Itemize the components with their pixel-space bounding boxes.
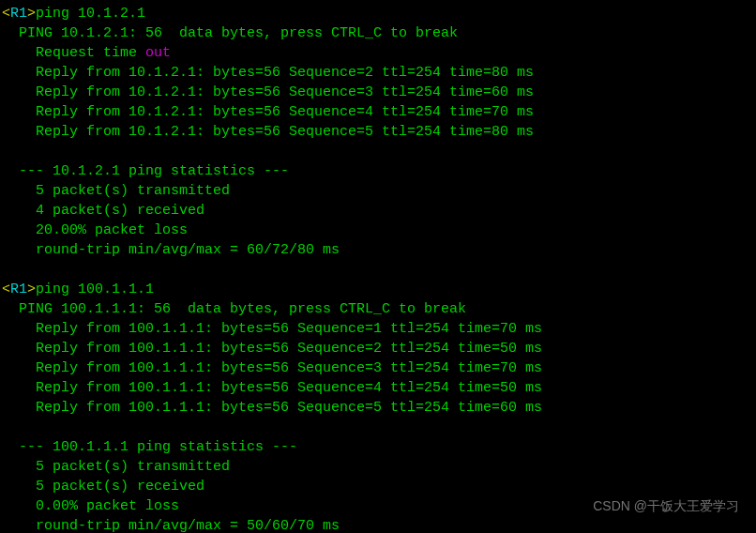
reply-line: Reply from 100.1.1.1: bytes=56 Sequence=…	[2, 358, 754, 378]
command-text: ping 10.1.2.1	[36, 6, 145, 22]
prompt-bracket-open: <	[2, 6, 10, 22]
blank-line	[2, 260, 754, 280]
reply-line: Reply from 100.1.1.1: bytes=56 Sequence=…	[2, 319, 754, 339]
timeout-word: out	[145, 45, 171, 61]
stats-rx: 4 packet(s) received	[2, 201, 754, 221]
timeout-prefix: Request time	[2, 45, 145, 61]
prompt-bracket-close: >	[27, 282, 36, 297]
timeout-line: Request time out	[2, 43, 754, 63]
reply-line: Reply from 10.1.2.1: bytes=56 Sequence=3…	[2, 83, 754, 102]
prompt-host: R1	[10, 6, 27, 22]
prompt-line-2: <R1>ping 100.1.1.1	[2, 280, 754, 299]
stats-header: --- 10.1.2.1 ping statistics ---	[2, 161, 754, 181]
stats-rt: round-trip min/avg/max = 60/72/80 ms	[2, 240, 754, 260]
command-text: ping 100.1.1.1	[36, 282, 154, 297]
prompt-bracket-open: <	[2, 282, 10, 297]
prompt-line-1: <R1>ping 10.1.2.1	[2, 4, 754, 23]
stats-header: --- 100.1.1.1 ping statistics ---	[2, 437, 754, 457]
stats-loss: 20.00% packet loss	[2, 221, 754, 240]
ping-header: PING 100.1.1.1: 56 data bytes, press CTR…	[2, 299, 754, 319]
blank-line	[2, 418, 754, 437]
reply-line: Reply from 10.1.2.1: bytes=56 Sequence=5…	[2, 122, 754, 142]
stats-rt: round-trip min/avg/max = 50/60/70 ms	[2, 516, 754, 533]
ping-header: PING 10.1.2.1: 56 data bytes, press CTRL…	[2, 23, 754, 43]
terminal-output: <R1>ping 10.1.2.1 PING 10.1.2.1: 56 data…	[2, 4, 754, 533]
reply-line: Reply from 10.1.2.1: bytes=56 Sequence=2…	[2, 63, 754, 83]
blank-line	[2, 142, 754, 161]
stats-rx: 5 packet(s) received	[2, 477, 754, 496]
reply-line: Reply from 100.1.1.1: bytes=56 Sequence=…	[2, 398, 754, 418]
reply-line: Reply from 100.1.1.1: bytes=56 Sequence=…	[2, 339, 754, 358]
prompt-host: R1	[10, 282, 27, 297]
stats-tx: 5 packet(s) transmitted	[2, 181, 754, 201]
reply-line: Reply from 10.1.2.1: bytes=56 Sequence=4…	[2, 102, 754, 122]
watermark: CSDN @干饭大王爱学习	[593, 497, 739, 516]
prompt-bracket-close: >	[27, 6, 36, 22]
reply-line: Reply from 100.1.1.1: bytes=56 Sequence=…	[2, 378, 754, 398]
stats-tx: 5 packet(s) transmitted	[2, 457, 754, 477]
